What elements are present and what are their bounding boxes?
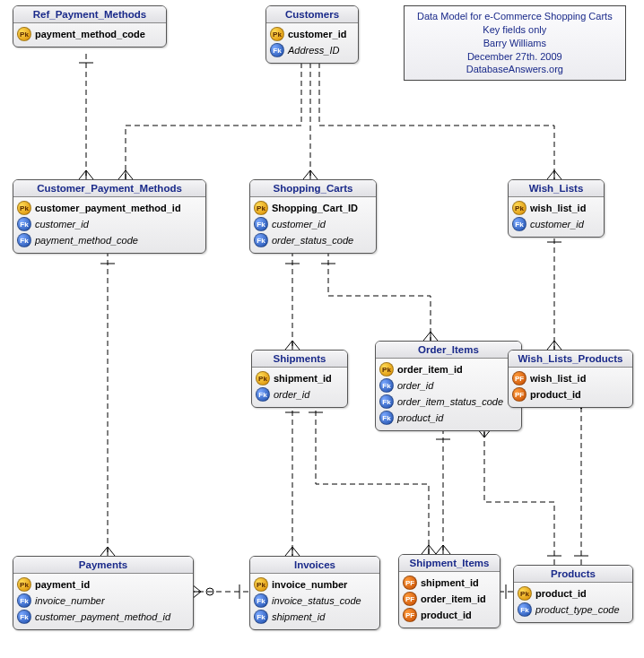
pk-key-icon: Pk <box>17 577 31 592</box>
field-name: customer_id <box>288 29 346 39</box>
field-name: order_id <box>397 380 433 391</box>
entity-customer-payment-methods: Customer_Payment_MethodsPkcustomer_payme… <box>13 179 206 254</box>
field-name: Shopping_Cart_ID <box>272 203 358 213</box>
entity-shipments: ShipmentsPkshipment_idFkorder_id <box>251 350 348 408</box>
field-name: wish_list_id <box>530 203 586 213</box>
entity-title: Customer_Payment_Methods <box>13 180 205 197</box>
entity-field: Fkinvoice_status_code <box>250 593 379 609</box>
pf-key-icon: PF <box>512 371 527 385</box>
entity-title: Shipments <box>252 351 347 368</box>
svg-point-0 <box>206 588 213 595</box>
fk-key-icon: Fk <box>518 602 532 617</box>
entity-title: Customers <box>266 6 358 23</box>
fk-key-icon: Fk <box>17 233 31 247</box>
pk-key-icon: Pk <box>254 577 268 592</box>
pk-key-icon: Pk <box>270 27 284 41</box>
entity-ref-payment-methods: Ref_Payment_MethodsPkpayment_method_code <box>13 5 167 48</box>
entity-title: Invoices <box>250 557 379 574</box>
fk-key-icon: Fk <box>254 233 268 247</box>
field-name: product_id <box>530 389 581 400</box>
pf-key-icon: PF <box>512 387 527 402</box>
entity-products: ProductsPkproduct_idFkproduct_type_code <box>513 565 633 623</box>
entity-field: Pkwish_list_id <box>509 200 604 216</box>
fk-key-icon: Fk <box>254 593 268 608</box>
field-name: shipment_id <box>272 611 325 622</box>
pk-key-icon: Pk <box>17 201 31 215</box>
entity-payments: PaymentsPkpayment_idFkinvoice_numberFkcu… <box>13 556 194 630</box>
info-line: Data Model for e-Commerce Shopping Carts <box>417 10 613 23</box>
fk-key-icon: Fk <box>270 43 284 57</box>
entity-field: Fkcustomer_id <box>13 216 205 232</box>
field-name: customer_id <box>530 219 584 229</box>
entity-field: Fkinvoice_number <box>13 593 193 609</box>
entity-order-items: Order_ItemsPkorder_item_idFkorder_idFkor… <box>375 341 522 431</box>
fk-key-icon: Fk <box>256 387 270 402</box>
field-name: customer_id <box>272 219 326 229</box>
field-name: product_id <box>535 588 587 599</box>
fk-key-icon: Fk <box>17 217 31 231</box>
field-name: customer_payment_method_id <box>35 203 181 213</box>
field-name: payment_method_code <box>35 29 145 39</box>
entity-title: Shopping_Carts <box>250 180 376 197</box>
entity-invoices: InvoicesPkinvoice_numberFkinvoice_status… <box>249 556 380 630</box>
pk-key-icon: Pk <box>518 586 532 601</box>
fk-key-icon: Fk <box>17 593 31 608</box>
entity-field: PFproduct_id <box>399 607 500 623</box>
entity-field: Pkinvoice_number <box>250 576 379 593</box>
entity-field: Fkproduct_type_code <box>514 602 632 618</box>
pf-key-icon: PF <box>403 576 417 590</box>
field-name: wish_list_id <box>530 373 586 384</box>
entity-wish-lists: Wish_ListsPkwish_list_idFkcustomer_id <box>508 179 605 238</box>
entity-field: Pkorder_item_id <box>376 361 521 377</box>
fk-key-icon: Fk <box>379 394 394 409</box>
entity-field: PkShopping_Cart_ID <box>250 200 376 216</box>
entity-title: Products <box>514 566 632 583</box>
entity-field: PForder_item_id <box>399 591 500 607</box>
field-name: invoice_status_code <box>272 595 361 606</box>
pk-key-icon: Pk <box>254 201 268 215</box>
fk-key-icon: Fk <box>379 411 394 425</box>
entity-field: Fkorder_status_code <box>250 232 376 248</box>
entity-field: Fkorder_id <box>252 386 347 403</box>
entity-field: Pkpayment_method_code <box>13 26 166 42</box>
field-name: customer_payment_method_id <box>35 611 170 622</box>
info-line: Barry Williams <box>417 37 613 50</box>
fk-key-icon: Fk <box>254 610 268 624</box>
field-name: customer_id <box>35 219 89 229</box>
pk-key-icon: Pk <box>17 27 31 41</box>
entity-field: Fkcustomer_id <box>509 216 604 232</box>
field-name: order_id <box>274 389 309 400</box>
field-name: payment_method_code <box>35 235 138 246</box>
entity-title: Wish_Lists <box>509 180 604 197</box>
entity-title: Payments <box>13 557 193 574</box>
entity-field: Pkshipment_id <box>252 370 347 386</box>
field-name: order_item_status_code <box>397 396 503 407</box>
entity-title: Order_Items <box>376 342 521 359</box>
entity-shipment-items: Shipment_ItemsPFshipment_idPForder_item_… <box>398 554 500 628</box>
entity-customers: CustomersPkcustomer_idFkAddress_ID <box>265 5 359 64</box>
entity-field: Fkcustomer_payment_method_id <box>13 609 193 625</box>
entity-field: Pkpayment_id <box>13 576 193 593</box>
entity-shopping-carts: Shopping_CartsPkShopping_Cart_IDFkcustom… <box>249 179 377 254</box>
entity-field: Fkcustomer_id <box>250 216 376 232</box>
field-name: product_id <box>421 610 472 620</box>
entity-field: Fkproduct_id <box>376 410 521 426</box>
pf-key-icon: PF <box>403 592 417 606</box>
entity-title: Wish_Lists_Products <box>509 351 632 368</box>
field-name: order_item_id <box>397 364 463 375</box>
field-name: shipment_id <box>274 373 332 384</box>
entity-wish-lists-products: Wish_Lists_ProductsPFwish_list_idPFprodu… <box>508 350 633 408</box>
entity-field: PFproduct_id <box>509 386 632 403</box>
field-name: order_status_code <box>272 235 353 246</box>
info-line: December 27th. 2009 <box>417 50 613 64</box>
field-name: payment_id <box>35 579 90 590</box>
fk-key-icon: Fk <box>254 217 268 231</box>
info-line: Key fields only <box>417 23 613 37</box>
field-name: Address_ID <box>288 45 339 56</box>
entity-field: Fkorder_id <box>376 377 521 394</box>
entity-field: Pkproduct_id <box>514 585 632 602</box>
entity-field: Fkshipment_id <box>250 609 379 625</box>
field-name: invoice_number <box>35 595 105 606</box>
fk-key-icon: Fk <box>17 610 31 624</box>
diagram-info-box: Data Model for e-Commerce Shopping Carts… <box>404 5 626 81</box>
